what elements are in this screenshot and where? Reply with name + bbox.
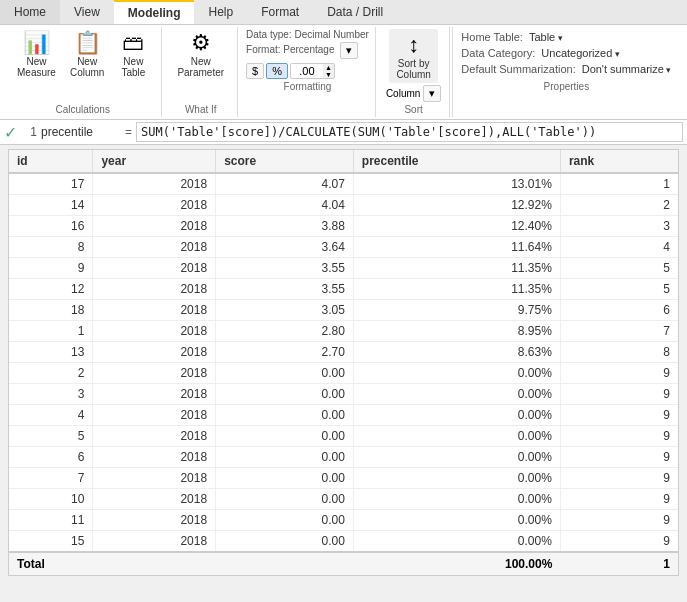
cell-precentile: 0.00%: [353, 405, 560, 426]
new-parameter-button[interactable]: ⚙ NewParameter: [172, 29, 229, 81]
cell-rank: 9: [560, 489, 678, 510]
home-table-label: Home Table:: [461, 31, 523, 43]
cell-precentile: 0.00%: [353, 531, 560, 553]
cell-id: 11: [9, 510, 93, 531]
format-row: Format: Percentage ▾: [246, 42, 369, 59]
tab-home[interactable]: Home: [0, 0, 60, 24]
cell-score: 0.00: [216, 426, 354, 447]
formatting-group: Data type: Decimal Number Format: Percen…: [240, 27, 376, 117]
cell-id: 18: [9, 300, 93, 321]
new-table-icon: 🗃: [122, 32, 144, 54]
summarization-value[interactable]: Don't summarize: [582, 63, 672, 75]
format-dropdown-button[interactable]: ▾: [340, 42, 358, 59]
cell-precentile: 0.00%: [353, 489, 560, 510]
cell-precentile: 11.64%: [353, 237, 560, 258]
cell-score: 3.64: [216, 237, 354, 258]
table-footer: Total 100.00% 1: [9, 552, 678, 575]
sort-group-label: Sort: [404, 104, 422, 115]
sort-column-dropdown[interactable]: ▾: [423, 85, 441, 102]
decimal-increase-button[interactable]: ▲: [323, 64, 334, 71]
table-row: 2 2018 0.00 0.00% 9: [9, 363, 678, 384]
table-row: 11 2018 0.00 0.00% 9: [9, 510, 678, 531]
decimal-value: .00: [291, 64, 323, 78]
new-column-button[interactable]: 📋 NewColumn: [65, 29, 109, 81]
ribbon-tab-bar: Home View Modeling Help Format Data / Dr…: [0, 0, 687, 25]
cell-rank: 9: [560, 363, 678, 384]
ribbon-body: 📊 NewMeasure 📋 NewColumn 🗃 NewTable Calc…: [0, 25, 687, 119]
cell-year: 2018: [93, 300, 216, 321]
currency-button[interactable]: $: [246, 63, 264, 79]
table-row: 8 2018 3.64 11.64% 4: [9, 237, 678, 258]
tab-data-drill[interactable]: Data / Drill: [313, 0, 397, 24]
whatif-buttons: ⚙ NewParameter: [172, 29, 229, 102]
home-table-value[interactable]: Table: [529, 31, 563, 43]
table-row: 13 2018 2.70 8.63% 8: [9, 342, 678, 363]
cell-year: 2018: [93, 195, 216, 216]
ribbon: Home View Modeling Help Format Data / Dr…: [0, 0, 687, 120]
sort-by-column-button[interactable]: ↕ Sort byColumn: [389, 29, 437, 83]
cell-id: 5: [9, 426, 93, 447]
col-id[interactable]: id: [9, 150, 93, 173]
calculations-group: 📊 NewMeasure 📋 NewColumn 🗃 NewTable Calc…: [4, 27, 162, 117]
cell-id: 13: [9, 342, 93, 363]
new-measure-button[interactable]: 📊 NewMeasure: [12, 29, 61, 81]
sort-by-column-label: Sort byColumn: [396, 58, 430, 80]
cell-year: 2018: [93, 321, 216, 342]
cell-score: 4.07: [216, 173, 354, 195]
col-year[interactable]: year: [93, 150, 216, 173]
cell-rank: 7: [560, 321, 678, 342]
cell-id: 6: [9, 447, 93, 468]
sort-sub-row: Column ▾: [386, 85, 441, 102]
decimal-decrease-button[interactable]: ▼: [323, 71, 334, 78]
cell-year: 2018: [93, 258, 216, 279]
total-precentile: 100.00%: [353, 552, 560, 575]
tab-help[interactable]: Help: [194, 0, 247, 24]
cell-year: 2018: [93, 447, 216, 468]
cell-score: 2.80: [216, 321, 354, 342]
table-row: 12 2018 3.55 11.35% 5: [9, 279, 678, 300]
col-rank[interactable]: rank: [560, 150, 678, 173]
total-rank: 1: [560, 552, 678, 575]
col-precentile[interactable]: precentile: [353, 150, 560, 173]
decimal-input-wrap: .00 ▲ ▼: [290, 63, 335, 79]
cell-id: 4: [9, 405, 93, 426]
new-measure-label: NewMeasure: [17, 56, 56, 78]
cell-precentile: 9.75%: [353, 300, 560, 321]
cell-year: 2018: [93, 173, 216, 195]
cell-year: 2018: [93, 405, 216, 426]
cell-score: 0.00: [216, 384, 354, 405]
cell-id: 9: [9, 258, 93, 279]
data-category-row: Data Category: Uncategorized: [461, 47, 671, 59]
cell-id: 7: [9, 468, 93, 489]
tab-view[interactable]: View: [60, 0, 114, 24]
cell-year: 2018: [93, 426, 216, 447]
formula-confirm-button[interactable]: ✓: [4, 123, 17, 142]
table-row: 7 2018 0.00 0.00% 9: [9, 468, 678, 489]
tab-modeling[interactable]: Modeling: [114, 0, 195, 24]
new-measure-icon: 📊: [23, 32, 50, 54]
cell-precentile: 0.00%: [353, 468, 560, 489]
tab-format[interactable]: Format: [247, 0, 313, 24]
data-category-value[interactable]: Uncategorized: [541, 47, 619, 59]
cell-year: 2018: [93, 384, 216, 405]
table-row: 17 2018 4.07 13.01% 1: [9, 173, 678, 195]
cell-score: 3.05: [216, 300, 354, 321]
data-table-container: id year score precentile rank 17 2018 4.…: [8, 149, 679, 576]
data-category-label: Data Category:: [461, 47, 535, 59]
table-row: 3 2018 0.00 0.00% 9: [9, 384, 678, 405]
new-table-button[interactable]: 🗃 NewTable: [113, 29, 153, 81]
table-body: 17 2018 4.07 13.01% 1 14 2018 4.04 12.92…: [9, 173, 678, 552]
cell-score: 0.00: [216, 363, 354, 384]
col-score[interactable]: score: [216, 150, 354, 173]
cell-score: 3.55: [216, 258, 354, 279]
table-row: 14 2018 4.04 12.92% 2: [9, 195, 678, 216]
cell-precentile: 12.40%: [353, 216, 560, 237]
cell-id: 3: [9, 384, 93, 405]
formula-code[interactable]: SUM('Table'[score])/CALCULATE(SUM('Table…: [136, 122, 683, 142]
percent-button[interactable]: %: [266, 63, 288, 79]
cell-id: 2: [9, 363, 93, 384]
cell-id: 8: [9, 237, 93, 258]
new-table-label: NewTable: [121, 56, 145, 78]
cell-rank: 5: [560, 279, 678, 300]
cell-id: 12: [9, 279, 93, 300]
